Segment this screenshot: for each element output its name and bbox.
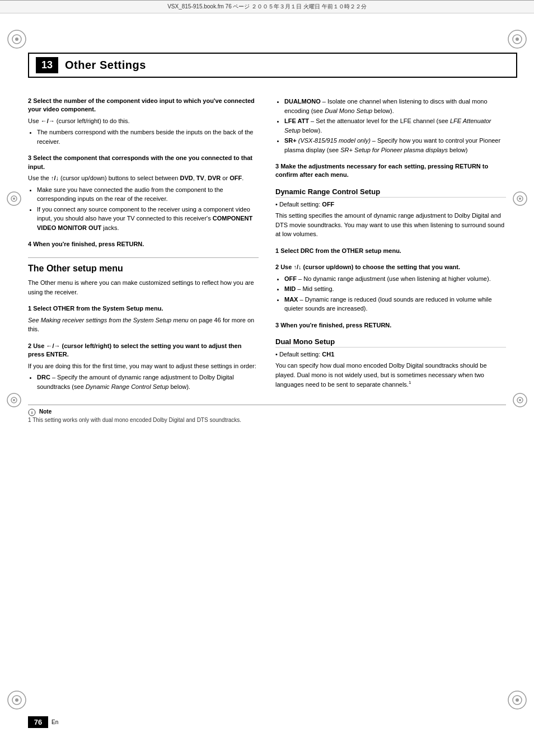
chapter-number: 13 [36, 57, 58, 73]
note-icon: i [28, 408, 36, 416]
setup-s1-header: 1 Select OTHER from the System Setup men… [28, 304, 259, 313]
top-bar-text: VSX_815-915.book.fm 76 ページ ２００５年３月１日 火曜日… [167, 3, 367, 11]
left-column: 2 Select the number of the component vid… [28, 89, 259, 393]
list-item: MAX – Dynamic range is reduced (loud sou… [284, 295, 506, 313]
note-area: i Note 1 This setting works only with du… [28, 405, 506, 424]
drc-s1-header: 1 Select DRC from the OTHER setup menu. [275, 247, 506, 255]
chapter-header: 13 Other Settings [28, 53, 517, 78]
step2-bullets: The numbers correspond with the numbers … [37, 128, 259, 146]
step2-header: 2 Select the number of the component vid… [28, 97, 259, 114]
drc-default: • Default setting: OFF [275, 200, 506, 209]
list-item: DRC – Specify the amount of dynamic rang… [37, 373, 259, 391]
step2-body: Use ←/→ (cursor left/right) to do this. [28, 116, 259, 126]
svg-point-17 [13, 399, 15, 401]
side-decoration-left-mid [6, 392, 22, 408]
drc-s2-bullets: OFF – No dynamic range adjustment (use w… [284, 274, 506, 313]
page: VSX_815-915.book.fm 76 ページ ２００５年３月１日 火曜日… [0, 0, 534, 756]
list-item: MID – Mid setting. [284, 284, 506, 294]
drc-body: This setting specifies the amount of dyn… [275, 211, 506, 239]
chapter-title: Other Settings [65, 59, 146, 72]
step3-body: Use the ↑/↓ (cursor up/down) buttons to … [28, 173, 259, 183]
note-label: Note [39, 408, 51, 415]
svg-point-2 [15, 37, 18, 41]
note-text: 1 This setting works only with dual mono… [28, 416, 506, 424]
setup-menu-section: The Other setup menu The Other menu is w… [28, 257, 259, 391]
svg-point-5 [516, 37, 519, 41]
drc-s3-header: 3 When you're finished, press RETURN. [275, 321, 506, 330]
svg-text:i: i [31, 410, 32, 415]
dual-default: • Default setting: CH1 [275, 350, 506, 359]
main-content: 2 Select the number of the component vid… [28, 89, 506, 393]
side-decoration-right-top [512, 190, 528, 207]
step4-header: 4 When you're finished, press RETURN. [28, 240, 259, 248]
list-item: Make sure you have connected the audio f… [37, 185, 259, 204]
setup-s1-body: See Making receiver settings from the Sy… [28, 316, 259, 334]
corner-decoration-br [506, 689, 528, 711]
side-decoration-right-mid [512, 392, 528, 408]
list-item: DUALMONO – Isolate one channel when list… [284, 97, 506, 115]
setup-menu-title: The Other setup menu [28, 264, 259, 274]
drc-s2-header: 2 Use ↑/↓ (cursor up/down) to choose the… [275, 263, 506, 271]
svg-point-23 [519, 399, 521, 401]
list-item: OFF – No dynamic range adjustment (use w… [284, 274, 506, 284]
setup-s2-body: If you are doing this for the first time… [28, 361, 259, 371]
step3-right-header: 3 Make the adjustments necessary for eac… [275, 162, 506, 180]
svg-point-8 [15, 698, 18, 702]
right-column: DUALMONO – Isolate one channel when list… [275, 89, 506, 393]
side-decoration-left-top [6, 190, 22, 207]
page-number: 76 [28, 716, 48, 728]
list-item: If you connect any source component to t… [37, 205, 259, 233]
step3-bullets: Make sure you have connected the audio f… [37, 185, 259, 233]
svg-point-11 [516, 698, 519, 702]
right-bullets: DUALMONO – Isolate one channel when list… [284, 97, 506, 154]
drc-title: Dynamic Range Control Setup [275, 187, 506, 198]
svg-point-14 [13, 198, 15, 200]
top-bar: VSX_815-915.book.fm 76 ページ ２００５年３月１日 火曜日… [0, 0, 534, 13]
page-lang: En [51, 719, 58, 725]
corner-decoration-tl [6, 28, 28, 50]
list-item: SR+ (VSX-815/915 model only) – Specify h… [284, 136, 506, 154]
dual-title: Dual Mono Setup [275, 337, 506, 348]
setup-s2-header: 2 Use ←/→ (cursor left/right) to select … [28, 342, 259, 359]
corner-decoration-bl [6, 689, 28, 711]
setup-menu-body: The Other menu is where you can make cus… [28, 278, 259, 297]
list-item: The numbers correspond with the numbers … [37, 128, 259, 146]
list-item: LFE ATT – Set the attenuator level for t… [284, 116, 506, 135]
page-footer: 76 En [28, 716, 58, 728]
step3-header: 3 Select the component that corresponds … [28, 154, 259, 171]
svg-point-20 [519, 198, 521, 200]
setup-s2-bullets: DRC – Specify the amount of dynamic rang… [37, 373, 259, 391]
dual-body: You can specify how dual mono encoded Do… [275, 361, 506, 389]
corner-decoration-tr [506, 28, 528, 50]
